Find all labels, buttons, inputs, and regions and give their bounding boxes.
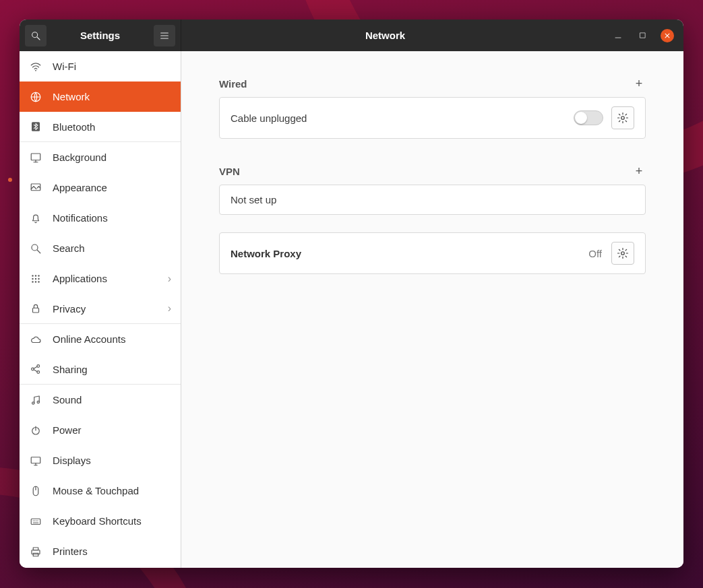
window-controls xyxy=(589,20,683,51)
sidebar-item-label: Appearance xyxy=(53,182,107,193)
svg-rect-27 xyxy=(33,308,39,313)
svg-rect-42 xyxy=(31,519,40,524)
keyboard-icon xyxy=(29,515,42,528)
svg-point-19 xyxy=(35,275,36,276)
sidebar-item-label: Sound xyxy=(53,394,82,405)
svg-point-28 xyxy=(32,368,34,370)
sidebar-item-network[interactable]: Network xyxy=(20,81,181,112)
add-wired-button[interactable]: + xyxy=(632,77,646,90)
proxy-settings-button[interactable] xyxy=(611,242,634,265)
vpn-section-title: VPN xyxy=(219,166,240,177)
sidebar-item-background[interactable]: Background xyxy=(20,142,181,172)
titlebar-left: Settings xyxy=(20,20,181,51)
sidebar-item-label: Wi-Fi xyxy=(53,61,76,72)
svg-point-22 xyxy=(35,277,36,279)
search-icon xyxy=(30,30,41,41)
svg-point-25 xyxy=(35,281,36,282)
sidebar-item-label: Keyboard Shortcuts xyxy=(53,515,142,527)
sidebar-item-label: Notifications xyxy=(53,212,108,224)
search-button[interactable] xyxy=(25,25,47,46)
sidebar: Wi-Fi Network Bluetooth Background xyxy=(20,51,181,568)
sidebar-item-bluetooth[interactable]: Bluetooth xyxy=(20,112,181,142)
hamburger-menu-button[interactable] xyxy=(154,25,175,46)
vpn-status-label: Not set up xyxy=(231,194,276,205)
wired-status-label: Cable unplugged xyxy=(231,112,307,124)
svg-point-18 xyxy=(32,275,33,276)
minimize-button[interactable] xyxy=(612,30,624,42)
sidebar-item-displays[interactable]: Displays xyxy=(20,445,181,476)
svg-point-46 xyxy=(36,520,36,521)
close-button[interactable] xyxy=(661,29,674,42)
proxy-row[interactable]: Network Proxy Off xyxy=(220,233,645,273)
sidebar-item-sound[interactable]: Sound xyxy=(20,385,181,415)
displays-icon xyxy=(29,454,42,467)
svg-point-45 xyxy=(34,520,35,521)
wired-section-title: Wired xyxy=(219,78,247,90)
sidebar-item-wifi[interactable]: Wi-Fi xyxy=(20,51,181,81)
svg-point-51 xyxy=(621,117,625,120)
sidebar-item-keyboard-shortcuts[interactable]: Keyboard Shortcuts xyxy=(20,506,181,536)
mouse-icon xyxy=(29,484,42,498)
section-wired: Wired + Cable unplugged xyxy=(219,77,646,139)
sidebar-item-privacy[interactable]: Privacy › xyxy=(20,294,181,324)
close-icon xyxy=(664,32,671,39)
svg-line-31 xyxy=(34,366,37,368)
section-proxy: Network Proxy Off xyxy=(219,232,646,274)
printer-icon xyxy=(29,545,42,558)
titlebar: Settings Network xyxy=(20,20,683,51)
proxy-title: Network Proxy xyxy=(231,248,301,259)
gear-icon xyxy=(617,247,629,259)
svg-point-30 xyxy=(37,371,40,374)
svg-rect-50 xyxy=(33,553,38,556)
sidebar-item-label: Printers xyxy=(53,546,88,557)
svg-point-23 xyxy=(38,277,39,279)
sidebar-item-label: Background xyxy=(53,152,106,163)
sidebar-item-label: Search xyxy=(53,242,85,254)
sidebar-item-label: Power xyxy=(53,424,82,436)
svg-line-32 xyxy=(34,370,37,372)
plus-icon: + xyxy=(636,165,643,177)
svg-line-1 xyxy=(37,37,40,40)
add-vpn-button[interactable]: + xyxy=(632,164,646,178)
music-icon xyxy=(29,393,42,407)
svg-point-20 xyxy=(38,275,39,276)
maximize-button[interactable] xyxy=(636,30,648,42)
toggle-knob xyxy=(575,112,587,124)
svg-rect-37 xyxy=(31,457,40,463)
lock-icon xyxy=(29,302,42,315)
sidebar-item-label: Network xyxy=(53,91,90,102)
sidebar-item-label: Displays xyxy=(53,455,91,466)
maximize-icon xyxy=(639,32,646,39)
sidebar-item-label: Mouse & Touchpad xyxy=(53,485,139,496)
app-title: Settings xyxy=(52,30,148,41)
svg-point-16 xyxy=(32,244,38,251)
sidebar-item-sharing[interactable]: Sharing xyxy=(20,354,181,385)
sidebar-item-label: Bluetooth xyxy=(53,121,95,133)
sidebar-item-mouse-touchpad[interactable]: Mouse & Touchpad xyxy=(20,476,181,506)
wired-toggle[interactable] xyxy=(574,110,603,125)
sidebar-item-search[interactable]: Search xyxy=(20,233,181,263)
grid-icon xyxy=(29,272,42,286)
sidebar-item-label: Sharing xyxy=(53,364,88,375)
sidebar-item-label: Online Accounts xyxy=(53,333,125,345)
sidebar-item-notifications[interactable]: Notifications xyxy=(20,203,181,233)
plus-icon: + xyxy=(636,77,643,90)
section-vpn: VPN + Not set up xyxy=(219,164,646,215)
sidebar-item-applications[interactable]: Applications › xyxy=(20,263,181,294)
wifi-icon xyxy=(29,60,42,73)
sidebar-item-power[interactable]: Power xyxy=(20,415,181,445)
window-body: Wi-Fi Network Bluetooth Background xyxy=(20,51,683,568)
sidebar-item-label: Privacy xyxy=(53,303,86,315)
sidebar-item-online-accounts[interactable]: Online Accounts xyxy=(20,324,181,354)
cloud-icon xyxy=(29,333,42,346)
wired-settings-button[interactable] xyxy=(611,106,634,129)
vpn-status-row: Not set up xyxy=(220,185,645,214)
svg-point-47 xyxy=(37,520,38,521)
svg-rect-6 xyxy=(640,33,644,38)
svg-point-29 xyxy=(37,365,40,368)
sidebar-item-printers[interactable]: Printers xyxy=(20,536,181,566)
sidebar-item-appearance[interactable]: Appearance xyxy=(20,172,181,203)
settings-window: Settings Network xyxy=(20,20,683,568)
search-icon xyxy=(29,242,42,255)
svg-point-44 xyxy=(33,520,34,521)
